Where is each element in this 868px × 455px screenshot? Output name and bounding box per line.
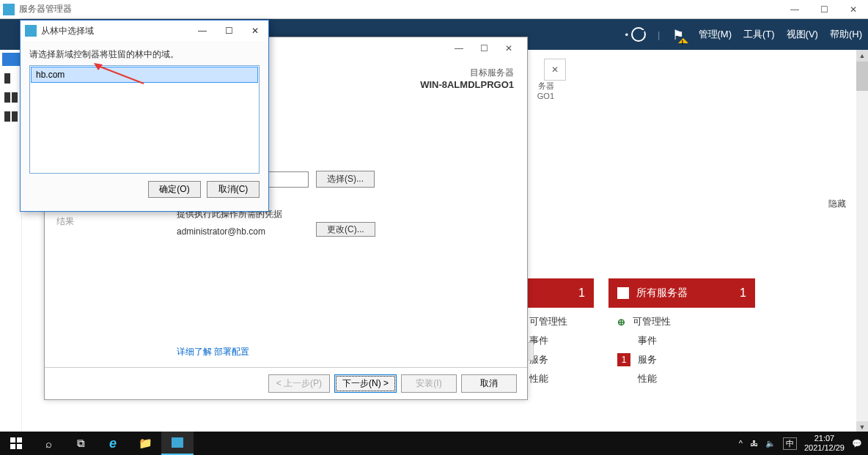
learn-more-link[interactable]: 详细了解 部署配置 [177, 346, 249, 358]
change-credentials-button[interactable]: 更改(C)... [316, 222, 375, 237]
domain-list-item[interactable]: hb.com [31, 67, 258, 83]
tray-ime-indicator[interactable]: 中 [783, 437, 797, 450]
start-button[interactable] [0, 432, 32, 455]
dialog-cancel-button[interactable]: 取消(C) [207, 181, 260, 198]
panel-close-button[interactable]: ✕ [544, 59, 566, 81]
nav-role-icon[interactable] [4, 111, 10, 122]
wizard-minimize-button[interactable]: — [446, 38, 471, 59]
tray-network-icon[interactable]: 🖧 [750, 439, 758, 448]
taskbar-clock[interactable]: 21:07 2021/12/29 [804, 434, 845, 453]
left-nav-strip [0, 50, 22, 433]
all-servers-title: 所有服务器 [636, 286, 688, 300]
wizard-prev-button[interactable]: < 上一步(P) [268, 374, 330, 393]
main-minimize-button[interactable]: — [780, 0, 809, 19]
scroll-thumb[interactable] [856, 62, 868, 91]
action-center-button[interactable]: 💬 [852, 439, 862, 448]
sidebar-results: 结果 [56, 213, 74, 229]
nav-all-icon[interactable] [4, 92, 10, 103]
app-icon [3, 4, 15, 15]
role-count: 1 [578, 286, 585, 300]
menu-view[interactable]: 视图(V) [787, 28, 818, 41]
taskbar: ⌕ ⧉ e 📁 ^ 🖧 🔈 中 21:07 2021/12/29 💬 [0, 432, 868, 455]
wizard-next-button[interactable]: 下一步(N) > [334, 374, 397, 393]
wizard-cancel-button[interactable]: 取消 [461, 374, 517, 393]
main-close-button[interactable]: ✕ [839, 0, 868, 19]
system-tray: ^ 🖧 🔈 中 21:07 2021/12/29 💬 [739, 434, 868, 453]
all-servers-tile[interactable]: 所有服务器 1 ⊕可管理性 事件 1服务 性能 [608, 278, 755, 393]
target-server-info: 目标服务器 WIN-8ALMDLPRGO1 [420, 67, 514, 90]
notifications-flag-icon[interactable] [672, 27, 687, 42]
servers-icon [617, 287, 629, 299]
role-tile[interactable]: 1 可管理性 事件 服务 性能 [521, 278, 594, 393]
explorer-button[interactable]: 📁 [129, 432, 161, 455]
server-manager-taskbar-button[interactable] [161, 432, 194, 455]
dialog-title: 从林中选择域 [41, 25, 94, 37]
status-error-badge: 1 [617, 353, 630, 366]
tile-row-manageability[interactable]: ⊕可管理性 [608, 312, 755, 331]
warning-icon [678, 33, 688, 43]
select-domain-button[interactable]: 选择(S)... [316, 171, 375, 188]
nav-dashboard-icon[interactable] [2, 53, 20, 66]
dialog-close-button[interactable]: ✕ [242, 21, 268, 40]
svg-rect-4 [10, 444, 15, 449]
menu-manage[interactable]: 管理(M) [699, 28, 732, 41]
menu-help[interactable]: 帮助(H) [830, 28, 862, 41]
dialog-prompt: 请选择新域控制器将驻留的林中的域。 [21, 41, 268, 65]
hide-link[interactable]: 隐藏 [828, 198, 846, 210]
all-servers-header: 所有服务器 1 [608, 278, 755, 308]
all-servers-count: 1 [740, 286, 746, 300]
tile-row-events[interactable]: 事件 [608, 331, 755, 350]
tile-row-performance[interactable]: 性能 [608, 369, 755, 388]
main-maximize-button[interactable]: ☐ [809, 0, 839, 19]
tile-row-services[interactable]: 1服务 [608, 350, 755, 369]
nav-local-icon[interactable] [4, 73, 10, 84]
main-titlebar: 服务器管理器 — ☐ ✕ [0, 0, 868, 19]
role-tile-header: 1 [521, 278, 594, 308]
wizard-install-button[interactable]: 安装(I) [401, 374, 457, 393]
refresh-icon [631, 27, 646, 42]
tray-chevron-icon[interactable]: ^ [739, 439, 743, 448]
scroll-up-button[interactable]: ▲ [856, 50, 868, 62]
status-ok-icon: ⊕ [617, 317, 625, 328]
wizard-maximize-button[interactable]: ☐ [471, 38, 496, 59]
refresh-dropdown[interactable]: • [625, 27, 647, 42]
domain-list[interactable]: hb.com [29, 65, 260, 174]
svg-rect-3 [17, 437, 22, 443]
svg-rect-5 [17, 444, 22, 449]
wizard-footer: < 上一步(P) 下一步(N) > 安装(I) 取消 [45, 367, 527, 399]
ie-button[interactable]: e [97, 432, 129, 455]
dialog-ok-button[interactable]: 确定(O) [148, 181, 201, 198]
vertical-scrollbar[interactable]: ▲ ▼ [856, 50, 868, 433]
dialog-titlebar: 从林中选择域 — ☐ ✕ [21, 21, 268, 41]
task-view-button[interactable]: ⧉ [65, 432, 97, 455]
dialog-minimize-button[interactable]: — [189, 21, 216, 40]
menu-tools[interactable]: 工具(T) [743, 28, 775, 41]
tray-volume-icon[interactable]: 🔈 [765, 439, 776, 448]
svg-rect-2 [10, 437, 15, 443]
search-button[interactable]: ⌕ [32, 432, 65, 455]
wizard-close-button[interactable]: ✕ [496, 38, 521, 59]
select-domain-dialog: 从林中选择域 — ☐ ✕ 请选择新域控制器将驻留的林中的域。 hb.com 确定… [20, 20, 269, 212]
main-title: 服务器管理器 [19, 3, 72, 15]
dialog-icon [25, 25, 37, 37]
dialog-maximize-button[interactable]: ☐ [216, 21, 242, 40]
